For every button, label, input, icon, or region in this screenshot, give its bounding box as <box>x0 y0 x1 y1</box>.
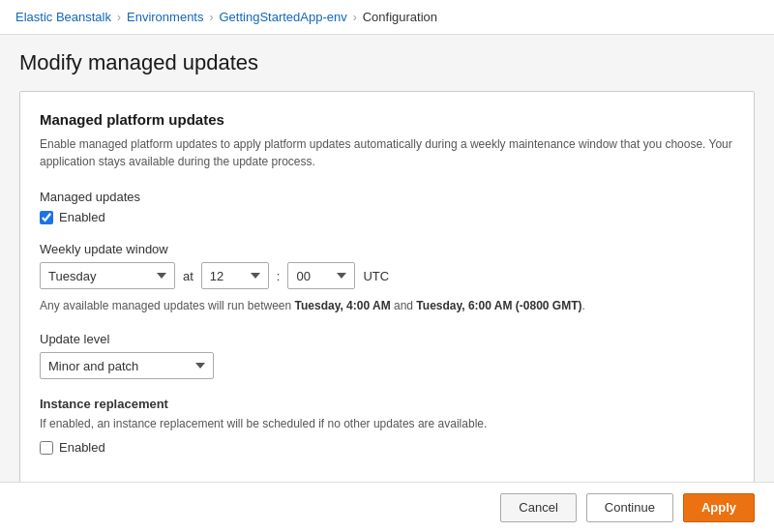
section-title: Managed platform updates <box>40 111 734 128</box>
cancel-button[interactable]: Cancel <box>500 493 576 522</box>
apply-button[interactable]: Apply <box>683 493 755 522</box>
utc-label: UTC <box>363 269 389 283</box>
continue-button[interactable]: Continue <box>586 493 673 522</box>
breadcrumb: Elastic Beanstalk › Environments › Getti… <box>0 0 774 35</box>
managed-updates-enabled-label: Enabled <box>59 210 105 224</box>
day-select[interactable]: Sunday Monday Tuesday Wednesday Thursday… <box>40 262 175 289</box>
breadcrumb-app-env[interactable]: GettingStartedApp-env <box>219 10 346 24</box>
at-label: at <box>183 269 194 283</box>
weekly-window-row: Sunday Monday Tuesday Wednesday Thursday… <box>40 262 734 289</box>
breadcrumb-sep-2: › <box>209 11 213 24</box>
weekly-window-label: Weekly update window <box>40 242 734 256</box>
managed-updates-checkbox-row: Enabled <box>40 210 734 224</box>
footer-bar: Cancel Continue Apply <box>0 482 774 532</box>
managed-updates-card: Managed platform updates Enable managed … <box>19 91 755 482</box>
breadcrumb-sep-1: › <box>117 11 121 24</box>
window-note: Any available managed updates will run b… <box>40 297 734 314</box>
instance-section-title: Instance replacement <box>40 397 734 411</box>
instance-description: If enabled, an instance replacement will… <box>40 415 734 432</box>
update-level-row: Update level Minor and patch Patch only <box>40 332 734 379</box>
update-level-label: Update level <box>40 332 734 346</box>
breadcrumb-environments[interactable]: Environments <box>127 10 203 24</box>
page-content: Modify managed updates Managed platform … <box>0 35 774 482</box>
instance-enabled-row: Enabled <box>40 440 734 455</box>
minute-select[interactable]: 00 15 30 45 <box>287 262 355 289</box>
managed-updates-label: Managed updates <box>40 190 734 204</box>
managed-updates-checkbox[interactable] <box>40 211 53 224</box>
update-level-select[interactable]: Minor and patch Patch only <box>40 352 214 379</box>
instance-enabled-checkbox[interactable] <box>40 441 53 455</box>
breadcrumb-current: Configuration <box>363 10 437 24</box>
instance-enabled-label: Enabled <box>59 440 105 455</box>
page-title: Modify managed updates <box>19 50 755 75</box>
hour-select[interactable]: 00010203 04050607 08091011 12131415 1617… <box>201 262 269 289</box>
breadcrumb-elastic-beanstalk[interactable]: Elastic Beanstalk <box>15 10 111 24</box>
colon-label: : <box>277 269 281 283</box>
section-description: Enable managed platform updates to apply… <box>40 135 734 170</box>
breadcrumb-sep-3: › <box>353 11 357 24</box>
